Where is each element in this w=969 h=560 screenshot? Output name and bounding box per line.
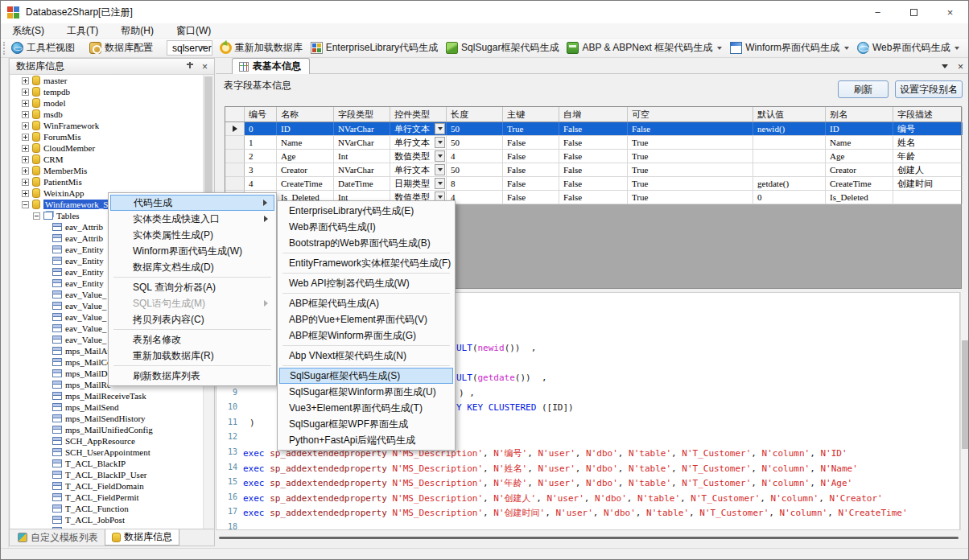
grid-cell[interactable]: 姓名 [893,136,963,149]
tree-item[interactable]: tempdb [10,86,204,97]
grid-cell[interactable]: NVarChar [334,122,390,135]
menu-item[interactable]: Web界面代码生成(I) [279,219,453,235]
toolbar-entlib-button[interactable]: EnterpriseLibrary代码生成 [307,39,442,56]
menu-item[interactable]: SQL 查询分析器(A) [110,279,274,295]
tree-item[interactable]: T_ACL_JobPost [10,514,204,525]
grid-cell[interactable]: Name [826,136,893,149]
grid-column-header[interactable]: 编号 [245,107,277,121]
toolbar-abp-button[interactable]: ABP & ABPNext 框架代码生成 [563,39,726,56]
grid-cell[interactable]: 1 [245,136,277,149]
grid-cell[interactable]: True [628,150,753,163]
grid-column-header[interactable]: 可空 [628,107,753,121]
grid-cell[interactable]: Int [334,150,390,163]
toolbar-web-button[interactable]: Web界面代码生成 [853,39,963,56]
menu-item[interactable]: SqlSugar框架Winform界面生成(U) [279,384,453,400]
set-field-alias-button[interactable]: 设置字段别名 [895,80,963,98]
tree-item[interactable]: T_ACL_BlackIP_User [10,469,204,480]
table-row[interactable]: 1NameNVarChar单行文本50FalseFalseTrueName姓名 [225,136,961,150]
tab-table-basic-info[interactable]: 表基本信息 [232,58,310,74]
tree-item[interactable]: T_ACL_BlackIP [10,458,204,469]
menu-item[interactable]: 实体类生成快速入口 [110,211,274,227]
toolbar-sqlsugar-button[interactable]: SqlSugar框架代码生成 [442,39,563,56]
toolbar-reload-button[interactable]: 重新加载数据库 [216,39,307,56]
menu-window[interactable]: 窗口(W) [165,23,222,38]
menu-item[interactable]: 实体类属性生成(P) [110,227,274,243]
grid-cell[interactable] [753,136,826,149]
expand-icon[interactable] [22,179,29,186]
expand-icon[interactable] [22,145,29,152]
grid-cell[interactable]: Age [826,150,893,163]
grid-cell[interactable]: 单行文本 [390,122,447,135]
expand-icon[interactable] [22,100,29,107]
tree-item[interactable]: PatientMis [10,176,204,187]
grid-cell[interactable]: NVarChar [334,163,390,176]
grid-cell[interactable]: False [503,136,559,149]
grid-cell[interactable]: True [628,177,753,190]
grid-cell[interactable]: 年龄 [893,150,963,163]
tree-item[interactable]: CloudMember [10,142,204,154]
menu-item[interactable]: 数据库文档生成(D) [110,259,274,275]
grid-cell[interactable]: NVarChar [334,136,390,149]
grid-cell[interactable]: True [503,122,559,135]
tree-item[interactable]: T_ACL_FieldPermit [10,492,204,503]
tree-item[interactable]: SCH_AppResource [10,435,204,447]
grid-cell[interactable]: 单行文本 [390,136,447,149]
menu-item[interactable]: Winform界面代码生成(W) [110,243,274,259]
menu-item[interactable]: ABP的Vue+Element界面代码(V) [279,311,453,327]
grid-cell[interactable]: 4 [447,150,503,163]
grid-cell[interactable]: 日期类型 [390,177,447,190]
minimize-button[interactable]: − [860,1,896,23]
menu-item[interactable]: EnterpriseLibrary代码生成(E) [279,203,453,219]
control-type-dropdown[interactable] [435,178,445,189]
grid-cell[interactable]: 50 [447,136,503,149]
grid-cell[interactable]: 单行文本 [390,163,447,176]
menu-item[interactable]: Abp VNext框架代码生成(N) [279,348,453,364]
maximize-button[interactable] [896,1,932,23]
tree-item[interactable]: mps_MailSendHistory [10,413,204,424]
tree-item[interactable]: WinFramework [10,120,204,131]
expand-icon[interactable] [22,190,29,197]
expand-icon[interactable] [22,89,29,96]
control-type-dropdown[interactable] [435,123,445,134]
menu-item[interactable]: EntityFramework实体框架代码生成(F) [279,255,453,271]
grid-cell[interactable]: True [628,191,753,204]
menu-item[interactable]: 拷贝列表内容(C) [110,311,274,327]
grid-cell[interactable]: 8 [447,177,503,190]
pin-icon[interactable] [186,62,194,72]
grid-cell[interactable]: CreateTime [826,177,893,190]
menu-item[interactable]: Web API控制器代码生成(W) [279,275,453,291]
grid-cell[interactable]: 50 [447,163,503,176]
grid-column-header[interactable]: 自增 [559,107,628,121]
grid-column-header[interactable]: 默认值 [753,107,826,121]
grid-cell[interactable]: True [628,163,753,176]
menu-item[interactable]: ABP框架Winform界面生成(G) [279,327,453,344]
grid-column-header[interactable] [225,107,245,121]
dropdown-arrow-icon[interactable] [955,47,959,50]
menu-item[interactable]: 刷新数据库列表 [110,368,274,384]
control-type-dropdown[interactable] [435,150,445,162]
grid-cell[interactable]: 数值类型 [390,150,447,163]
tree-item[interactable]: CRM [10,154,204,165]
menu-item[interactable]: ABP框架代码生成(A) [279,295,453,311]
grid-column-header[interactable]: 主键 [503,107,559,121]
tree-item[interactable]: mps_MailUnifiedConfig [10,424,204,435]
menu-help[interactable]: 帮助(H) [109,23,165,38]
control-type-dropdown[interactable] [435,164,445,175]
close-button[interactable]: × [932,1,968,23]
grid-cell[interactable]: getdate() [753,177,826,190]
menu-item[interactable]: 表别名修改 [110,331,274,348]
dropdown-arrow-icon[interactable] [844,47,849,50]
table-row[interactable]: 2AgeInt数值类型4FalseFalseTrueAge年龄 [225,150,961,163]
tab-list-chevron-icon[interactable] [942,64,948,68]
menu-item[interactable]: Vue3+Element界面代码生成(T) [279,400,453,416]
menu-item[interactable]: SqlSugar框架代码生成(S) [279,368,453,384]
menu-tools[interactable]: 工具(T) [56,23,109,38]
bottom-tab-dbinfo[interactable]: 数据库信息 [105,529,179,546]
bottom-tab-templates[interactable]: 自定义模板列表 [11,529,105,546]
grid-cell[interactable]: ID [277,122,334,135]
tree-item[interactable]: MemberMis [10,165,204,176]
grid-cell[interactable]: 4 [245,177,277,190]
menu-system[interactable]: 系统(S) [1,23,56,38]
grid-cell[interactable]: 2 [245,150,277,163]
collapse-icon[interactable] [33,212,40,220]
